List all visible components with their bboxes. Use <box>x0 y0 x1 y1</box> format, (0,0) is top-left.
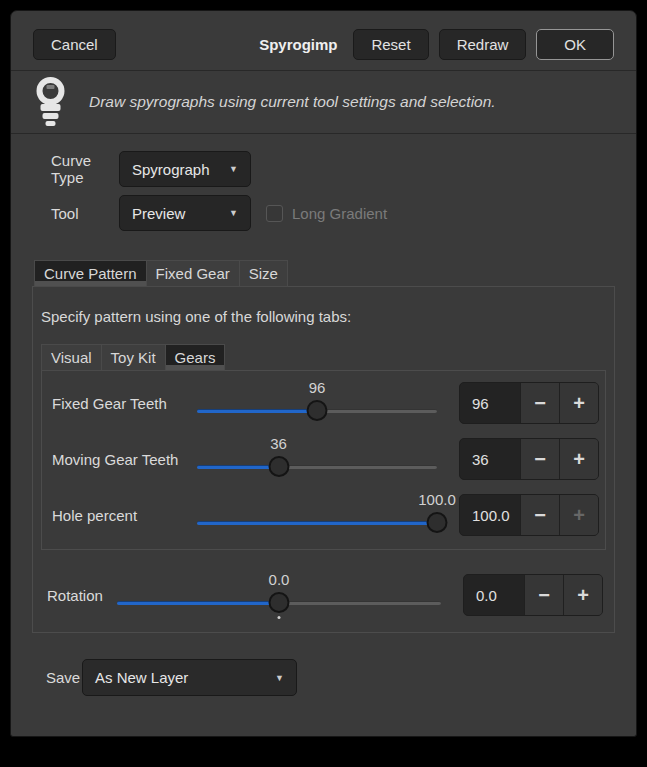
fixed-gear-teeth-spinbox: 96 − + <box>459 382 599 424</box>
rotation-spinbox: 0.0 − + <box>463 574 603 616</box>
curve-type-dropdown[interactable]: Spyrograph ▼ <box>119 151 251 187</box>
slider-fill <box>197 521 437 525</box>
cancel-button[interactable]: Cancel <box>33 29 116 60</box>
reset-button[interactable]: Reset <box>353 29 428 60</box>
slider-center-mark <box>278 616 281 619</box>
chevron-down-icon: ▼ <box>229 164 238 174</box>
rotation-label: Rotation <box>47 587 117 604</box>
dialog-title: Spyrogimp <box>259 36 337 53</box>
spin-entry[interactable]: 36 <box>460 439 520 479</box>
tool-value: Preview <box>132 205 185 222</box>
rotation-row: Rotation 0.0 0.0 − + <box>47 564 603 626</box>
curve-type-label: Curve Type <box>51 152 119 186</box>
dialog-header: Cancel Spyrogimp Reset Redraw OK <box>11 11 636 68</box>
long-gradient-checkbox <box>266 205 283 222</box>
save-row: Save As New Layer ▼ <box>46 659 636 696</box>
slider-fill <box>197 409 317 413</box>
minus-button[interactable]: − <box>524 575 563 615</box>
plus-button[interactable]: + <box>559 383 598 423</box>
info-bar: Draw spyrographs using current tool sett… <box>11 70 636 134</box>
slider-fill <box>197 465 279 469</box>
minus-button[interactable]: − <box>520 383 559 423</box>
spin-entry[interactable]: 96 <box>460 383 520 423</box>
pattern-tab-page: Specify pattern using one of the followi… <box>32 286 615 633</box>
slider-handle[interactable] <box>307 400 328 421</box>
moving-gear-teeth-slider[interactable]: 36 <box>197 434 437 484</box>
slider-value-label: 0.0 <box>269 571 290 588</box>
spyrogimp-dialog: Cancel Spyrogimp Reset Redraw OK Draw sp… <box>10 10 637 737</box>
chevron-down-icon: ▼ <box>229 208 238 218</box>
info-message: Draw spyrographs using current tool sett… <box>89 93 496 111</box>
slider-handle[interactable] <box>269 592 290 613</box>
tool-label: Tool <box>51 205 119 222</box>
pattern-tab-bar: Curve Pattern Fixed Gear Size <box>34 260 636 287</box>
long-gradient-label: Long Gradient <box>292 205 387 222</box>
tab-visual[interactable]: Visual <box>41 344 101 371</box>
moving-gear-teeth-spinbox: 36 − + <box>459 438 599 480</box>
tab-toy-kit[interactable]: Toy Kit <box>101 344 165 371</box>
save-dropdown[interactable]: As New Layer ▼ <box>82 659 297 696</box>
pattern-source-tab-bar: Visual Toy Kit Gears <box>41 344 614 371</box>
spin-entry[interactable]: 100.0 <box>460 495 520 535</box>
minus-button[interactable]: − <box>520 495 559 535</box>
chevron-down-icon: ▼ <box>275 673 284 683</box>
lightbulb-icon <box>34 76 67 128</box>
fixed-gear-teeth-label: Fixed Gear Teeth <box>52 395 197 412</box>
tab-fixed-gear[interactable]: Fixed Gear <box>146 260 239 287</box>
tab-size[interactable]: Size <box>239 260 288 287</box>
slider-value-label: 96 <box>309 379 326 396</box>
slider-fill <box>117 601 279 605</box>
slider-value-label: 36 <box>270 435 287 452</box>
fixed-gear-teeth-row: Fixed Gear Teeth 96 96 − + <box>52 375 599 431</box>
hole-percent-slider[interactable]: 100.0 <box>197 490 437 540</box>
plus-button[interactable]: + <box>563 575 602 615</box>
ok-button[interactable]: OK <box>536 29 614 60</box>
plus-button: + <box>559 495 598 535</box>
tool-dropdown[interactable]: Preview ▼ <box>119 195 251 231</box>
slider-handle[interactable] <box>268 456 289 477</box>
spin-entry[interactable]: 0.0 <box>464 575 524 615</box>
minus-button[interactable]: − <box>520 439 559 479</box>
gears-tab-page: Fixed Gear Teeth 96 96 − + Movi <box>41 370 606 550</box>
curve-type-value: Spyrograph <box>132 161 210 178</box>
save-label: Save <box>46 669 82 686</box>
rotation-slider[interactable]: 0.0 <box>117 570 441 620</box>
pattern-notebook: Curve Pattern Fixed Gear Size Specify pa… <box>11 260 636 633</box>
slider-value-label: 100.0 <box>418 491 456 508</box>
tab-curve-pattern[interactable]: Curve Pattern <box>34 260 146 287</box>
plus-button[interactable]: + <box>559 439 598 479</box>
fixed-gear-teeth-slider[interactable]: 96 <box>197 378 437 428</box>
slider-handle[interactable] <box>427 512 448 533</box>
moving-gear-teeth-label: Moving Gear Teeth <box>52 451 197 468</box>
save-value: As New Layer <box>95 669 188 686</box>
top-controls: Curve Type Spyrograph ▼ Tool Preview ▼ L… <box>11 134 636 231</box>
hole-percent-spinbox: 100.0 − + <box>459 494 599 536</box>
tab-gears[interactable]: Gears <box>165 344 226 371</box>
pattern-description: Specify pattern using one of the followi… <box>41 308 614 325</box>
moving-gear-teeth-row: Moving Gear Teeth 36 36 − + <box>52 431 599 487</box>
hole-percent-label: Hole percent <box>52 507 197 524</box>
long-gradient-option: Long Gradient <box>266 205 387 222</box>
hole-percent-row: Hole percent 100.0 100.0 − + <box>52 487 599 543</box>
redraw-button[interactable]: Redraw <box>439 29 527 60</box>
